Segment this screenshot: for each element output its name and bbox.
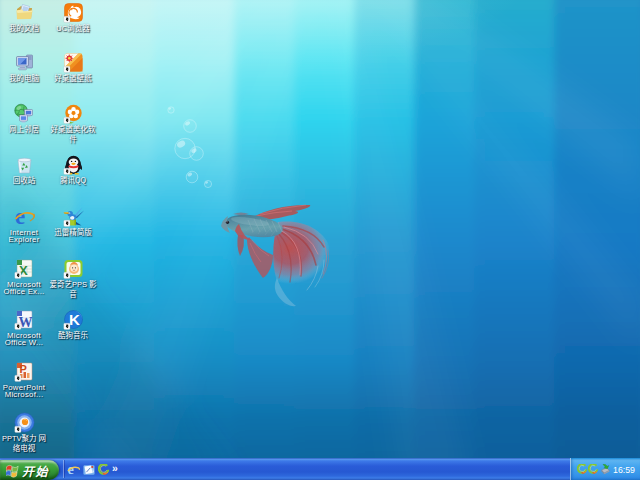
svg-text:P: P <box>19 363 26 375</box>
svg-text:e: e <box>15 206 25 227</box>
svg-text:K: K <box>69 311 80 328</box>
